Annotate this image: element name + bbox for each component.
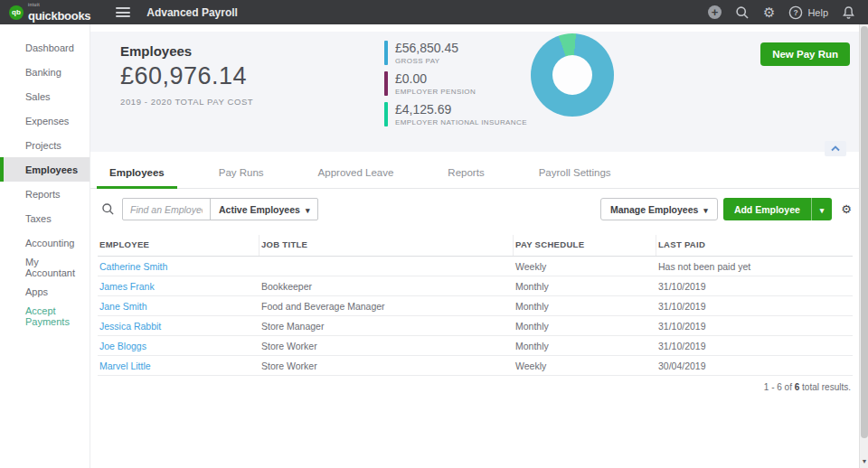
pay-schedule-cell: Monthly [514, 301, 656, 312]
caret-down-icon [820, 204, 825, 215]
add-employee-split-button[interactable]: Add Employee [723, 198, 832, 220]
job-title-cell: Store Worker [259, 360, 514, 371]
last-paid-cell: 30/04/2019 [656, 360, 853, 371]
help-button[interactable]: ? Help [788, 5, 828, 20]
column-header-last-paid[interactable]: LAST PAID [656, 235, 853, 256]
employee-status-filter-label: Active Employees [219, 204, 300, 215]
chevron-up-icon [831, 145, 840, 152]
intuit-wordmark: intuit [28, 3, 90, 7]
employee-status-filter-dropdown[interactable]: Active Employees [210, 199, 317, 220]
vertical-scrollbar[interactable]: ▼ [859, 24, 868, 468]
employee-search-button[interactable] [101, 202, 115, 216]
quickbooks-logo[interactable]: qb intuit quickbooks [0, 3, 90, 23]
last-paid-cell: 31/10/2019 [656, 281, 853, 292]
table-row: Joe Bloggs Store Worker Monthly 31/10/20… [98, 336, 853, 356]
table-row: Jane Smith Food and Beverage Manager Mon… [98, 296, 853, 316]
pay-schedule-cell: Weekly [514, 360, 656, 371]
job-title-cell: Store Worker [259, 341, 514, 351]
last-paid-cell: Has not been paid yet [656, 261, 853, 272]
employee-name-link[interactable]: Joe Bloggs [99, 341, 146, 351]
create-plus-button[interactable]: + [708, 5, 722, 19]
employee-filter-bar: Active Employees Manage Employees Add Em… [101, 198, 852, 220]
employee-name-link[interactable]: Jessica Rabbit [99, 321, 161, 332]
quickbooks-wordmark: quickbooks [28, 9, 90, 23]
manage-employees-label: Manage Employees [610, 204, 698, 215]
results-count: 1 - 6 of 6 total results. [90, 382, 851, 392]
payroll-tabs: Employees Pay Runs Approved Leave Report… [90, 160, 859, 189]
scrollbar-thumb[interactable] [861, 26, 868, 438]
sidebar-item-accept-payments[interactable]: Accept Payments [0, 304, 90, 328]
pay-cost-donut-chart [531, 33, 614, 117]
sidebar-item-projects[interactable]: Projects [0, 133, 90, 157]
caret-down-icon [306, 204, 310, 215]
job-title-cell: Store Manager [259, 321, 514, 332]
svg-text:?: ? [794, 8, 798, 17]
add-employee-label: Add Employee [723, 204, 811, 215]
tab-reports[interactable]: Reports [435, 160, 496, 189]
sidebar-item-employees[interactable]: Employees [0, 157, 90, 182]
new-pay-run-button[interactable]: New Pay Run [760, 42, 850, 66]
column-header-pay-schedule[interactable]: PAY SCHEDULE [514, 235, 656, 256]
column-header-employee[interactable]: EMPLOYEE [98, 235, 259, 256]
left-navigation: Dashboard Banking Sales Expenses Project… [0, 24, 90, 468]
plus-icon: + [708, 5, 722, 19]
sidebar-item-banking[interactable]: Banking [0, 60, 90, 84]
pay-schedule-cell: Monthly [514, 281, 656, 292]
scrollbar-down-arrow[interactable]: ▼ [860, 455, 868, 466]
top-app-bar: qb intuit quickbooks Advanced Payroll + … [0, 0, 868, 24]
pay-schedule-cell: Weekly [514, 261, 656, 272]
pay-schedule-cell: Monthly [514, 341, 656, 351]
hamburger-menu-icon[interactable] [116, 7, 130, 17]
table-row: Catherine Smith Weekly Has not been paid… [98, 257, 853, 276]
tab-employees[interactable]: Employees [97, 160, 177, 189]
sidebar-item-accounting[interactable]: Accounting [0, 230, 90, 255]
manage-employees-dropdown-button[interactable]: Manage Employees [600, 198, 718, 220]
notifications-button[interactable] [842, 5, 855, 20]
table-settings-gear-icon[interactable]: ⚙ [841, 203, 852, 215]
table-header-row: EMPLOYEE JOB TITLE PAY SCHEDULE LAST PAI… [98, 235, 853, 257]
pay-cost-overview-panel: Employees £60,976.14 2019 - 2020 TOTAL P… [90, 32, 859, 152]
job-title-cell: Food and Beverage Manager [259, 301, 514, 312]
employee-table: EMPLOYEE JOB TITLE PAY SCHEDULE LAST PAI… [98, 235, 853, 376]
search-icon [101, 202, 115, 216]
page-title: Advanced Payroll [146, 6, 238, 19]
sidebar-item-my-accountant[interactable]: My Accountant [0, 255, 90, 279]
main-content: Employees £60,976.14 2019 - 2020 TOTAL P… [90, 24, 859, 468]
last-paid-cell: 31/10/2019 [656, 341, 853, 351]
caret-down-icon [703, 204, 708, 215]
settings-gear-icon[interactable]: ⚙ [763, 5, 775, 19]
employee-name-link[interactable]: James Frank [99, 281, 155, 292]
search-button[interactable] [735, 5, 750, 20]
pay-schedule-cell: Monthly [514, 321, 656, 332]
quickbooks-logo-icon: qb [9, 5, 24, 20]
table-row: James Frank Bookkeeper Monthly 31/10/201… [98, 276, 853, 296]
tab-payroll-settings[interactable]: Payroll Settings [526, 160, 624, 189]
employee-name-link[interactable]: Jane Smith [99, 301, 147, 312]
search-icon [735, 5, 750, 20]
employee-name-link[interactable]: Marvel Little [99, 360, 151, 371]
sidebar-item-sales[interactable]: Sales [0, 84, 90, 108]
last-paid-cell: 31/10/2019 [656, 321, 853, 332]
tab-pay-runs[interactable]: Pay Runs [206, 160, 277, 189]
last-paid-cell: 31/10/2019 [656, 301, 853, 312]
employee-name-link[interactable]: Catherine Smith [99, 261, 167, 272]
sidebar-item-taxes[interactable]: Taxes [0, 206, 90, 230]
sidebar-item-apps[interactable]: Apps [0, 279, 90, 304]
collapse-overview-button[interactable] [825, 141, 846, 156]
add-employee-dropdown-toggle[interactable] [811, 198, 833, 220]
tab-approved-leave[interactable]: Approved Leave [306, 160, 407, 189]
help-icon: ? [788, 5, 803, 20]
help-label: Help [807, 7, 828, 18]
sidebar-item-dashboard[interactable]: Dashboard [0, 35, 90, 60]
table-row: Marvel Little Store Worker Weekly 30/04/… [98, 356, 853, 376]
sidebar-item-expenses[interactable]: Expenses [0, 108, 90, 133]
column-header-job-title[interactable]: JOB TITLE [259, 235, 514, 256]
find-employee-input[interactable] [123, 199, 210, 220]
table-row: Jessica Rabbit Store Manager Monthly 31/… [98, 316, 853, 336]
bell-icon [842, 5, 855, 20]
sidebar-item-reports[interactable]: Reports [0, 182, 90, 206]
job-title-cell: Bookkeeper [259, 281, 514, 292]
